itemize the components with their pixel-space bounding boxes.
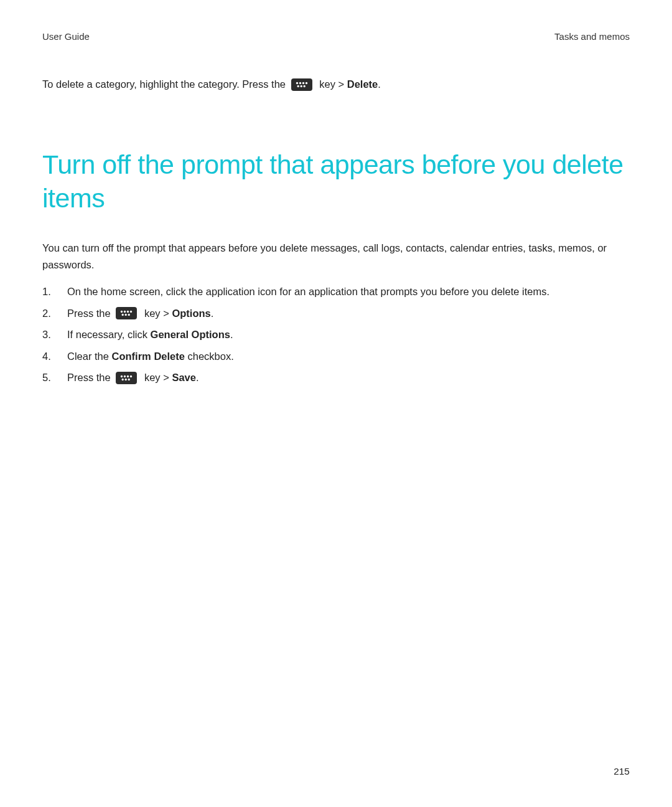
step-text: On the home screen, click the applicatio… bbox=[67, 286, 549, 297]
svg-point-13 bbox=[128, 314, 130, 316]
step-bold-word: Options bbox=[172, 308, 210, 319]
intro-key-after: key > bbox=[319, 78, 344, 90]
list-item: Clear the Confirm Delete checkbox. bbox=[42, 349, 630, 365]
svg-point-18 bbox=[127, 375, 129, 377]
step-key-after: key > bbox=[144, 372, 169, 383]
svg-point-20 bbox=[128, 379, 130, 380]
blackberry-menu-key-icon bbox=[291, 78, 312, 91]
list-item: On the home screen, click the applicatio… bbox=[42, 284, 630, 300]
step-bold-word: Confirm Delete bbox=[112, 351, 185, 362]
intro-prefix: To delete a category, highlight the cate… bbox=[42, 78, 286, 90]
svg-point-5 bbox=[305, 82, 307, 83]
description-paragraph: You can turn off the prompt that appears… bbox=[42, 240, 630, 273]
list-item: If necessary, click General Options. bbox=[42, 327, 630, 343]
step-suffix: checkbox. bbox=[188, 351, 234, 362]
section-heading: Turn off the prompt that appears before … bbox=[42, 148, 630, 215]
svg-point-14 bbox=[121, 375, 123, 377]
svg-point-16 bbox=[122, 379, 124, 380]
intro-period: . bbox=[378, 78, 381, 90]
svg-point-6 bbox=[303, 85, 305, 87]
header-left: User Guide bbox=[42, 31, 90, 42]
step-prefix: Press the bbox=[67, 308, 111, 319]
svg-point-0 bbox=[296, 82, 297, 83]
step-period: . bbox=[196, 372, 199, 383]
svg-point-9 bbox=[122, 314, 124, 316]
steps-list: On the home screen, click the applicatio… bbox=[42, 284, 630, 386]
header-right: Tasks and memos bbox=[554, 31, 630, 42]
step-key-after: key > bbox=[144, 308, 169, 319]
svg-point-4 bbox=[302, 82, 304, 83]
svg-point-7 bbox=[121, 311, 123, 313]
page-header: User Guide Tasks and memos bbox=[42, 31, 630, 42]
blackberry-menu-key-icon bbox=[116, 307, 137, 319]
svg-point-11 bbox=[127, 311, 129, 313]
intro-paragraph: To delete a category, highlight the cate… bbox=[42, 77, 630, 92]
page-number: 215 bbox=[614, 766, 630, 777]
svg-point-10 bbox=[125, 314, 127, 316]
svg-point-3 bbox=[300, 85, 302, 87]
svg-point-15 bbox=[124, 375, 126, 377]
blackberry-menu-key-icon bbox=[116, 372, 137, 384]
step-period: . bbox=[211, 308, 214, 319]
svg-point-17 bbox=[125, 379, 127, 380]
step-bold-word: General Options bbox=[151, 329, 230, 340]
svg-point-1 bbox=[299, 82, 301, 83]
step-bold-word: Save bbox=[172, 372, 196, 383]
intro-bold-word: Delete bbox=[347, 78, 378, 90]
svg-point-8 bbox=[124, 311, 126, 313]
svg-point-19 bbox=[130, 375, 132, 377]
step-prefix: Press the bbox=[67, 372, 111, 383]
list-item: Press the key > Options. bbox=[42, 306, 630, 322]
svg-point-12 bbox=[130, 311, 132, 313]
step-prefix: If necessary, click bbox=[67, 329, 147, 340]
step-period: . bbox=[230, 329, 233, 340]
list-item: Press the key > Save. bbox=[42, 370, 630, 386]
svg-point-2 bbox=[297, 85, 299, 87]
document-page: User Guide Tasks and memos To delete a c… bbox=[0, 0, 672, 807]
step-prefix: Clear the bbox=[67, 351, 109, 362]
